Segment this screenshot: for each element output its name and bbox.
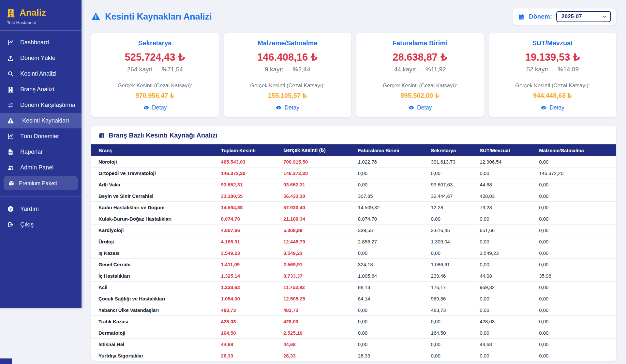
branch-cell: Acil: [91, 282, 218, 293]
sidebar-item-cikis[interactable]: Çıkış: [0, 217, 82, 232]
value-cell: 164,50: [428, 327, 477, 339]
value-cell: 428,03: [477, 316, 536, 327]
sidebar-item-admin-panel[interactable]: Admin Panel: [0, 160, 82, 175]
card-real-deduction-label: Gerçek Kesinti (Cezai Katsayı):: [99, 82, 211, 89]
period-select-value: 2025-07: [561, 13, 582, 20]
table-row: Genel Cerrahi1.411,092.569,91324,181.086…: [91, 259, 616, 270]
value-cell: 44,08: [477, 270, 536, 282]
value-cell: 1.022,76: [355, 156, 428, 167]
value-cell: 239,46: [428, 270, 477, 282]
period-select[interactable]: 2025-07: [556, 11, 611, 22]
branch-cell: İstisnai Hal: [91, 339, 218, 350]
period-card: Dönem: 2025-07: [513, 8, 616, 25]
detail-link[interactable]: Detay: [541, 104, 564, 111]
sidebar-item-raporlar[interactable]: PDF Raporlar: [0, 144, 82, 160]
box-icon: [8, 180, 14, 186]
summary-card: SUT/Mevzuat 19.139,53 ₺ 52 kayıt — %14,0…: [489, 33, 617, 117]
table-row: Ortopedi ve Travmatoloji146.372,20146.37…: [91, 167, 616, 179]
branch-analysis-table: BranşToplam KesintiGerçek Kesinti (₺)Fat…: [91, 144, 616, 361]
sidebar-item-kesinti-kaynaklari[interactable]: Kesinti Kaynakları: [0, 113, 82, 128]
brand-title: Analiz: [20, 8, 46, 18]
calendar-icon: [518, 13, 525, 20]
file-pdf-icon: PDF: [7, 149, 14, 155]
detail-link[interactable]: Detay: [143, 104, 167, 111]
card-value: 19.139,53 ₺: [497, 51, 609, 63]
brand: Analiz Test Hastanesi: [0, 0, 82, 25]
sidebar-item-label: Admin Panel: [20, 164, 53, 171]
sidebar-item-donem-yukle[interactable]: Dönem Yükle: [0, 50, 82, 66]
card-value: 28.638,87 ₺: [364, 51, 476, 63]
sidebar-item-label: Dönem Yükle: [20, 55, 55, 62]
branch-cell: Çocuk Sağlığı ve Hastalıkları: [91, 293, 218, 304]
table-row: Çocuk Sağlığı ve Hastalıkları1.054,0012.…: [91, 293, 616, 304]
card-divider: [497, 78, 609, 78]
value-cell: 0,00: [536, 339, 616, 350]
value-cell: 57.930,40: [281, 202, 355, 213]
sidebar-item-yardim[interactable]: ? Yardım: [0, 201, 82, 217]
card-record-percent: 52 kayıt — %14,09: [497, 66, 609, 73]
value-cell: 0,00: [536, 190, 616, 202]
value-cell: 93.652,31: [281, 179, 355, 190]
value-cell: 0,00: [477, 304, 536, 316]
card-title: Faturalama Birimi: [364, 39, 476, 47]
value-cell: 1.411,09: [218, 259, 281, 270]
value-cell: 0,00: [428, 339, 477, 350]
eye-icon: [143, 105, 149, 111]
eye-icon: [408, 105, 414, 111]
value-cell: 176,17: [428, 282, 477, 293]
card-value: 146.408,16 ₺: [232, 51, 344, 63]
sidebar-item-tum-donemler[interactable]: Tüm Dönemler: [0, 128, 82, 144]
card-real-deduction-value: 944.448,63 ₺: [497, 92, 609, 99]
sidebar-item-brans-analizi[interactable]: Branş Analizi: [0, 81, 82, 97]
detail-link[interactable]: Detay: [276, 104, 299, 111]
value-cell: 969,86: [428, 293, 477, 304]
card-real-deduction-label: Gerçek Kesinti (Cezai Katsayı):: [497, 82, 609, 89]
table-row: Acil1.233,6211.752,9288,13176,17969,320,…: [91, 282, 616, 293]
value-cell: 0,00: [355, 167, 428, 179]
sidebar-item-kesinti-analizi[interactable]: Kesinti Analizi: [0, 66, 82, 81]
value-cell: 0,00: [428, 350, 477, 361]
value-cell: 8.733,37: [281, 270, 355, 282]
value-cell: 0,00: [428, 316, 477, 327]
table-row: Üroloji4.165,3112.445,792.856,271.309,04…: [91, 236, 616, 247]
value-cell: 1.309,04: [428, 236, 477, 247]
warning-icon: [91, 12, 100, 21]
value-cell: 44,68: [477, 179, 536, 190]
value-cell: 12.445,79: [281, 236, 355, 247]
value-cell: 5.008,89: [281, 225, 355, 236]
value-cell: 12.906,54: [477, 156, 536, 167]
svg-text:?: ?: [9, 207, 12, 211]
table-row: Dermatoloji164,502.525,100,00164,500,000…: [91, 327, 616, 339]
value-cell: 0,00: [536, 236, 616, 247]
value-cell: 44,68: [281, 339, 355, 350]
table-column-header: Malzeme/Satınalma: [536, 144, 616, 156]
value-cell: 12.505,25: [281, 293, 355, 304]
main-content: Kesinti Kaynakları Analizi Dönem: 2025-0…: [82, 0, 626, 364]
table-row: İş Kazası3.549,233.549,230,000,003.549,2…: [91, 247, 616, 259]
card-title: SUT/Mevzuat: [497, 39, 609, 47]
value-cell: 146.372,20: [536, 167, 616, 179]
value-cell: 84,14: [355, 293, 428, 304]
table-row: Nöroloji405.543,03706.915,501.022,76391.…: [91, 156, 616, 167]
hospital-icon: [6, 8, 16, 18]
detail-link[interactable]: Detay: [408, 104, 432, 111]
value-cell: 73,28: [477, 202, 536, 213]
sidebar-item-dashboard[interactable]: Dashboard: [0, 35, 82, 50]
card-real-deduction-value: 895.502,00 ₺: [364, 92, 476, 99]
value-cell: 428,03: [281, 316, 355, 327]
value-cell: 32.444,67: [428, 190, 477, 202]
card-divider: [364, 78, 476, 78]
branch-cell: İş Kazası: [91, 247, 218, 259]
value-cell: 706.915,50: [281, 156, 355, 167]
value-cell: 0,00: [536, 179, 616, 190]
upload-icon: [7, 55, 14, 62]
value-cell: 3.549,23: [281, 247, 355, 259]
table-row: Kardiyoloji4.607,665.008,89339,553.616,4…: [91, 225, 616, 236]
sidebar-bottom-fragment: [0, 358, 12, 364]
value-cell: 44,68: [218, 339, 281, 350]
card-title: Malzeme/Satınalma: [232, 39, 344, 47]
sidebar-item-premium-paketi[interactable]: Premium Paketi: [4, 176, 78, 190]
sidebar-item-donem-karsilastirma[interactable]: Dönem Karşılaştırma: [0, 97, 82, 113]
table-icon: [98, 132, 105, 139]
sidebar-footer-nav: ? Yardım Çıkış: [0, 197, 82, 232]
